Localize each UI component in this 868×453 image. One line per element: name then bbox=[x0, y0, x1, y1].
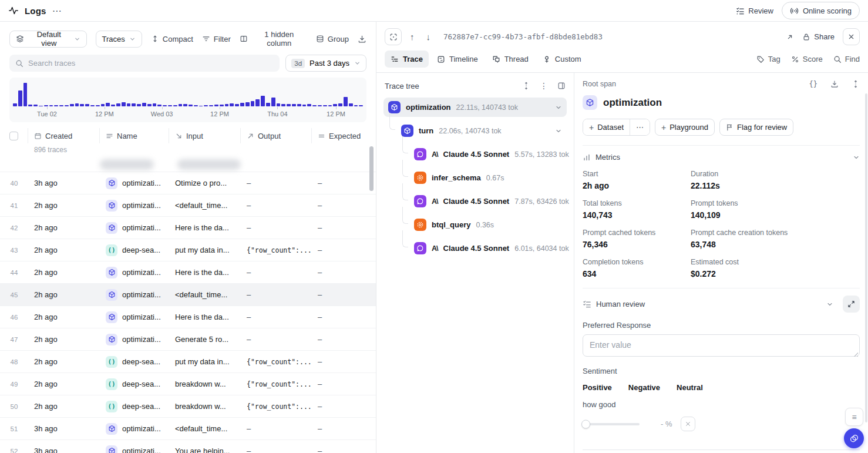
expand-review-button[interactable] bbox=[843, 296, 860, 313]
column-header-name[interactable]: Name bbox=[100, 128, 169, 143]
table-row[interactable]: 462h agooptimizati...Here is the da...–– bbox=[0, 306, 376, 328]
section-divider bbox=[583, 449, 860, 450]
column-header-expected[interactable]: Expected bbox=[312, 128, 376, 143]
trace-tree-item[interactable]: A\Claude 4.5 Sonnet5.57s, 13283 tok bbox=[409, 145, 567, 164]
cell-expected: – bbox=[312, 357, 376, 366]
open-playground-button[interactable]: + Playground bbox=[655, 119, 715, 136]
next-trace-button[interactable]: ↓ bbox=[423, 32, 435, 42]
close-panel-button[interactable] bbox=[843, 28, 860, 45]
cell-output: – bbox=[241, 424, 312, 433]
filter-button[interactable]: Filter bbox=[202, 35, 231, 43]
table-row[interactable]: 442h agooptimizati...Here is the da...–– bbox=[0, 261, 376, 283]
assistant-fab[interactable] bbox=[844, 428, 864, 448]
floating-menu-button[interactable]: ≡ bbox=[845, 408, 863, 426]
tag-button[interactable]: Tag bbox=[756, 55, 780, 63]
column-header-output[interactable]: Output bbox=[241, 128, 312, 143]
sentiment-option-negative[interactable]: Negative bbox=[628, 383, 660, 392]
previous-trace-button[interactable]: ↑ bbox=[406, 32, 418, 42]
compact-toggle[interactable]: Compact bbox=[151, 35, 193, 43]
trace-tree-pane: Trace tree ⋮ optimization22.11s, 140743 … bbox=[376, 73, 574, 453]
histogram-bar bbox=[251, 101, 255, 106]
trace-tree-item[interactable]: A\Claude 4.5 Sonnet6.01s, 64034 tok bbox=[409, 239, 567, 258]
llm-bubble-icon bbox=[414, 242, 426, 254]
group-button[interactable]: Group bbox=[316, 35, 349, 43]
name-text: optimizati... bbox=[122, 290, 161, 299]
slider-thumb[interactable] bbox=[581, 420, 590, 428]
trace-tree-item[interactable]: infer_schema0.67s bbox=[409, 168, 567, 187]
chevron-down-icon[interactable] bbox=[555, 104, 562, 111]
tab-timeline[interactable]: Timeline bbox=[431, 51, 484, 68]
collapse-metrics-button[interactable] bbox=[853, 154, 860, 161]
chevron-down-icon[interactable] bbox=[555, 127, 562, 135]
tab-trace[interactable]: Trace bbox=[385, 51, 429, 68]
chevron-down-icon bbox=[74, 36, 80, 42]
table-row[interactable]: 432h ago()deep-sea...put my data in...{"… bbox=[0, 239, 376, 261]
metric-value: 76,346 bbox=[583, 240, 691, 249]
search-input[interactable] bbox=[28, 59, 274, 68]
table-row[interactable]: 452h agooptimizati...<default_time...–– bbox=[0, 283, 376, 306]
metric-value: 2h ago bbox=[583, 181, 691, 190]
cell-output: {"row_count":... bbox=[241, 380, 312, 388]
search-box[interactable] bbox=[9, 55, 280, 72]
table-row[interactable]: 523h agooptimizati...You are helpin...–– bbox=[0, 439, 376, 453]
export-download-button[interactable] bbox=[358, 35, 366, 43]
toggle-panel-icon[interactable] bbox=[557, 82, 566, 90]
focus-span-button[interactable] bbox=[385, 28, 402, 45]
sentiment-option-positive[interactable]: Positive bbox=[583, 383, 612, 392]
trace-tree-item[interactable]: A\Claude 4.5 Sonnet7.87s, 63426 tok bbox=[409, 192, 567, 211]
table-row[interactable]: 492h ago()deep-sea...breakdown w...{"row… bbox=[0, 373, 376, 395]
score-button[interactable]: Score bbox=[791, 55, 823, 63]
tree-menu-button[interactable]: ⋮ bbox=[540, 81, 548, 90]
sentiment-option-neutral[interactable]: Neutral bbox=[677, 383, 703, 392]
how-good-slider[interactable] bbox=[583, 423, 640, 425]
name-text: optimizati... bbox=[122, 179, 161, 187]
find-button[interactable]: Find bbox=[833, 55, 860, 63]
table-row[interactable]: 422h agooptimizati...Here is the da...–– bbox=[0, 216, 376, 239]
table-row[interactable]: 412h agooptimizati...<default_time...–– bbox=[0, 194, 376, 216]
date-range-selector[interactable]: 3d Past 3 days bbox=[285, 55, 366, 72]
preferred-response-input[interactable] bbox=[583, 334, 860, 357]
column-header-input[interactable]: Input bbox=[169, 128, 241, 143]
right-scrollbar-thumb[interactable] bbox=[865, 93, 867, 422]
trace-histogram[interactable]: Tue 0212 PMWed 0312 PMThu 0412 PM bbox=[9, 78, 366, 122]
table-row[interactable]: 403h agooptimizati...Otimize o pro...–– bbox=[0, 172, 376, 194]
open-external-button[interactable] bbox=[786, 33, 794, 41]
table-row[interactable]: 482h ago()deep-sea...put my data in...{"… bbox=[0, 350, 376, 373]
hidden-columns-button[interactable]: 1 hidden column bbox=[240, 30, 307, 48]
task-cube-icon bbox=[106, 177, 117, 189]
tool-target-icon bbox=[414, 172, 426, 184]
metric-value: $0.272 bbox=[691, 269, 860, 278]
flag-for-review-button[interactable]: Flag for review bbox=[719, 119, 793, 136]
add-to-dataset-button[interactable]: + Dataset bbox=[583, 119, 630, 135]
cell-created: 2h ago bbox=[28, 357, 100, 366]
table-row[interactable]: 502h ago()deep-sea...breakdown w...{"row… bbox=[0, 395, 376, 417]
mode-selector[interactable]: Traces bbox=[96, 31, 142, 48]
select-all-checkbox[interactable] bbox=[9, 132, 18, 140]
tab-custom[interactable]: Custom bbox=[537, 51, 587, 68]
clear-score-button[interactable] bbox=[681, 417, 695, 431]
task-cube-icon bbox=[106, 289, 117, 301]
histogram-bar bbox=[168, 105, 172, 106]
trace-tree-item[interactable]: optimization22.11s, 140743 tok bbox=[383, 98, 567, 117]
dataset-more-button[interactable]: ⋯ bbox=[630, 119, 650, 135]
json-view-button[interactable]: {} bbox=[809, 80, 817, 88]
download-span-button[interactable] bbox=[830, 80, 839, 88]
view-selector[interactable]: Default view bbox=[9, 31, 87, 48]
review-button[interactable]: Review bbox=[736, 6, 773, 15]
share-button[interactable]: Share bbox=[802, 32, 835, 41]
trace-tree-item[interactable]: turn22.06s, 140743 tok bbox=[396, 121, 567, 140]
list-toolbar: Default view Traces Compact Filter bbox=[0, 22, 376, 53]
table-row[interactable]: 472h agooptimizati...Generate 5 ro...–– bbox=[0, 328, 376, 350]
expand-all-button[interactable] bbox=[522, 82, 530, 90]
collapse-review-button[interactable] bbox=[826, 301, 833, 308]
page-menu-button[interactable]: ⋯ bbox=[52, 5, 62, 16]
trace-tree-item[interactable]: btql_query0.36s bbox=[409, 215, 567, 234]
span-title: optimization bbox=[603, 97, 662, 109]
tab-thread[interactable]: Thread bbox=[486, 51, 534, 68]
left-scrollbar-thumb[interactable] bbox=[369, 146, 374, 191]
name-text: optimizati... bbox=[122, 424, 161, 433]
move-resize-button[interactable] bbox=[852, 80, 860, 88]
online-scoring-button[interactable]: Online scoring bbox=[782, 2, 860, 19]
table-row[interactable]: 513h agooptimizati...<default_time...–– bbox=[0, 417, 376, 439]
column-header-created[interactable]: Created bbox=[28, 128, 100, 143]
